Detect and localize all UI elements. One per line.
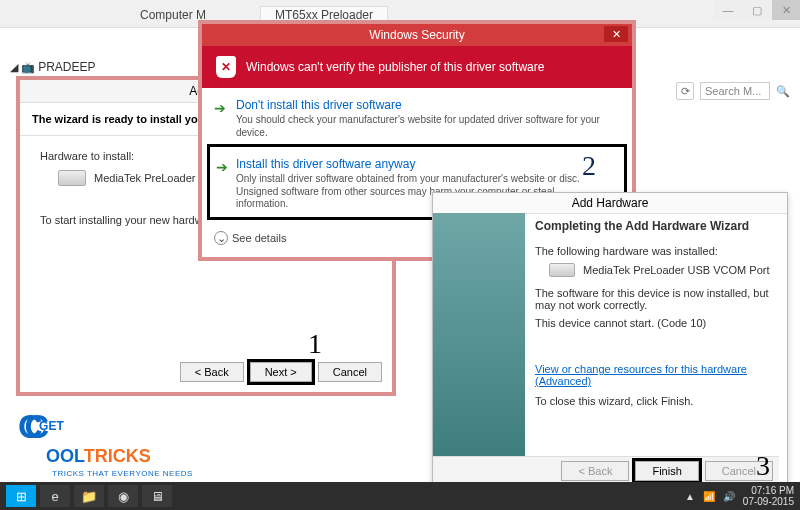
maximize-button[interactable]: ▢ (743, 0, 771, 20)
chevron-down-icon: ⌄ (214, 231, 228, 245)
arrow-icon: ➔ (216, 159, 228, 175)
shield-icon: ✕ (216, 56, 236, 78)
tray-network-icon[interactable]: 📶 (703, 491, 715, 502)
finish-button[interactable]: Finish (635, 461, 698, 481)
device-icon (549, 263, 575, 277)
installed-label: The following hardware was installed: (535, 245, 777, 257)
add-hardware-wizard-complete: Add Hardware Completing the Add Hardware… (432, 192, 788, 492)
search-icon[interactable]: 🔍 (776, 85, 790, 98)
arrow-icon: ➔ (214, 100, 226, 116)
dialog-title: Add Hardware (433, 193, 787, 214)
tray-flag-icon[interactable]: ▲ (685, 491, 695, 502)
taskbar-explorer-icon[interactable]: 📁 (74, 485, 104, 507)
option-dont-install[interactable]: ➔ Don't install this driver software You… (202, 88, 632, 145)
start-button[interactable]: ⊞ (6, 485, 36, 507)
wizard-heading: Completing the Add Hardware Wizard (535, 219, 777, 233)
taskbar: ⊞ e 📁 ◉ 🖥 ▲ 📶 🔊 07:16 PM 07-09-2015 (0, 482, 800, 510)
close-button[interactable]: ✕ (772, 0, 800, 20)
close-icon[interactable]: ✕ (604, 26, 628, 42)
taskbar-app-icon[interactable]: 🖥 (142, 485, 172, 507)
hardware-item: MediaTek PreLoader USB VCOM Port (549, 263, 777, 277)
annotation-1: 1 (308, 328, 322, 360)
taskbar-ie-icon[interactable]: e (40, 485, 70, 507)
system-clock[interactable]: 07:16 PM 07-09-2015 (743, 485, 794, 507)
tree-node-computer[interactable]: PRADEEP (10, 60, 95, 74)
window-title-1: Computer M (140, 8, 206, 22)
taskbar-chrome-icon[interactable]: ◉ (108, 485, 138, 507)
explorer-toolbar: ⟳ Search M... 🔍 (676, 82, 790, 100)
minimize-button[interactable]: — (714, 0, 742, 20)
dialog-titlebar: Windows Security ✕ (202, 24, 632, 46)
watermark-logo: CCGET OOLTRICKS TRICKS THAT EVERYONE NEE… (18, 407, 193, 478)
device-icon (58, 170, 86, 186)
back-button[interactable]: < Back (180, 362, 244, 382)
close-instruction: To close this wizard, click Finish. (535, 395, 777, 407)
refresh-icon[interactable]: ⟳ (676, 82, 694, 100)
status-text: The software for this device is now inst… (535, 287, 777, 311)
warning-banner: ✕ Windows can't verify the publisher of … (202, 46, 632, 88)
back-button: < Back (561, 461, 629, 481)
search-input[interactable]: Search M... (700, 82, 770, 100)
error-text: This device cannot start. (Code 10) (535, 317, 777, 329)
advanced-link[interactable]: View or change resources for this hardwa… (535, 363, 777, 387)
annotation-3: 3 (756, 450, 770, 482)
next-button[interactable]: Next > (250, 362, 312, 382)
tray-volume-icon[interactable]: 🔊 (723, 491, 735, 502)
wizard-sidebar-graphic (433, 213, 525, 461)
annotation-2: 2 (582, 150, 596, 182)
cancel-button[interactable]: Cancel (318, 362, 382, 382)
